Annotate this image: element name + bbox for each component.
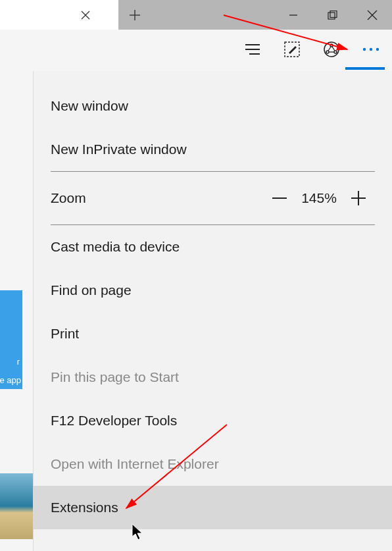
menu-item-label: New window xyxy=(51,98,128,114)
more-actions-button[interactable] xyxy=(360,38,382,61)
share-icon xyxy=(323,41,340,58)
plus-icon xyxy=(349,189,368,207)
tab-strip xyxy=(0,0,118,30)
menu-zoom-row: Zoom 145% xyxy=(34,172,392,224)
maximize-button[interactable] xyxy=(313,0,353,30)
menu-item-label: Open with Internet Explorer xyxy=(51,456,219,472)
menu-item-label: F12 Developer Tools xyxy=(51,413,177,429)
window-controls xyxy=(274,0,392,30)
photo-thumbnail-partial[interactable] xyxy=(0,473,33,539)
zoom-out-button[interactable] xyxy=(263,189,296,207)
close-icon xyxy=(367,10,378,20)
plus-icon xyxy=(129,9,141,21)
menu-item-extensions[interactable]: Extensions xyxy=(34,486,392,529)
toolbar xyxy=(0,30,392,69)
menu-item-label: Extensions xyxy=(51,500,118,515)
minus-icon xyxy=(270,189,289,207)
tile-text-fragment: e app xyxy=(0,375,21,385)
menu-item-find[interactable]: Find on page xyxy=(34,269,392,312)
menu-item-print[interactable]: Print xyxy=(34,312,392,355)
more-dots-icon xyxy=(361,46,381,53)
zoom-label: Zoom xyxy=(51,190,86,206)
tile-text-fragment: r xyxy=(17,357,20,367)
menu-item-label: Find on page xyxy=(51,282,132,298)
svg-line-17 xyxy=(328,47,331,51)
menu-item-devtools[interactable]: F12 Developer Tools xyxy=(34,399,392,442)
more-actions-indicator xyxy=(345,67,385,70)
share-button[interactable] xyxy=(320,38,343,61)
reading-view-icon xyxy=(244,43,261,56)
reading-view-button[interactable] xyxy=(241,38,264,61)
menu-item-label: Cast media to device xyxy=(51,239,180,255)
minimize-button[interactable] xyxy=(274,0,313,30)
menu-item-open-ie: Open with Internet Explorer xyxy=(34,442,392,486)
close-window-button[interactable] xyxy=(353,0,392,30)
maximize-icon xyxy=(328,11,338,20)
web-note-icon xyxy=(283,41,301,58)
web-note-button[interactable] xyxy=(281,38,303,61)
menu-item-new-window[interactable]: New window xyxy=(34,84,392,128)
minimize-icon xyxy=(289,11,298,20)
zoom-value: 145% xyxy=(296,190,342,206)
pinned-tile-partial[interactable]: r e app xyxy=(0,290,22,389)
svg-point-20 xyxy=(363,48,366,51)
svg-point-16 xyxy=(334,51,337,53)
menu-item-cast[interactable]: Cast media to device xyxy=(34,225,392,269)
menu-item-label: Print xyxy=(51,326,79,342)
tab-close-button[interactable] xyxy=(72,0,99,30)
menu-item-label: Pin this page to Start xyxy=(51,369,179,385)
svg-point-14 xyxy=(330,44,333,47)
titlebar xyxy=(0,0,392,30)
svg-line-18 xyxy=(332,47,335,51)
menu-item-new-inprivate[interactable]: New InPrivate window xyxy=(34,128,392,171)
mouse-cursor-icon xyxy=(132,523,145,542)
svg-rect-5 xyxy=(328,13,335,19)
new-tab-button[interactable] xyxy=(118,0,151,30)
menu-item-pin-to-start: Pin this page to Start xyxy=(34,355,392,399)
svg-rect-6 xyxy=(330,11,337,17)
more-actions-menu: New window New InPrivate window Zoom 145… xyxy=(33,71,392,551)
svg-point-21 xyxy=(370,48,372,51)
menu-item-label: New InPrivate window xyxy=(51,142,187,157)
svg-point-22 xyxy=(376,48,379,51)
edge-window: r e app New window New InPrivate window … xyxy=(0,0,392,551)
svg-point-15 xyxy=(326,51,329,53)
titlebar-area xyxy=(118,0,392,30)
zoom-in-button[interactable] xyxy=(342,189,375,207)
close-icon xyxy=(81,11,90,20)
